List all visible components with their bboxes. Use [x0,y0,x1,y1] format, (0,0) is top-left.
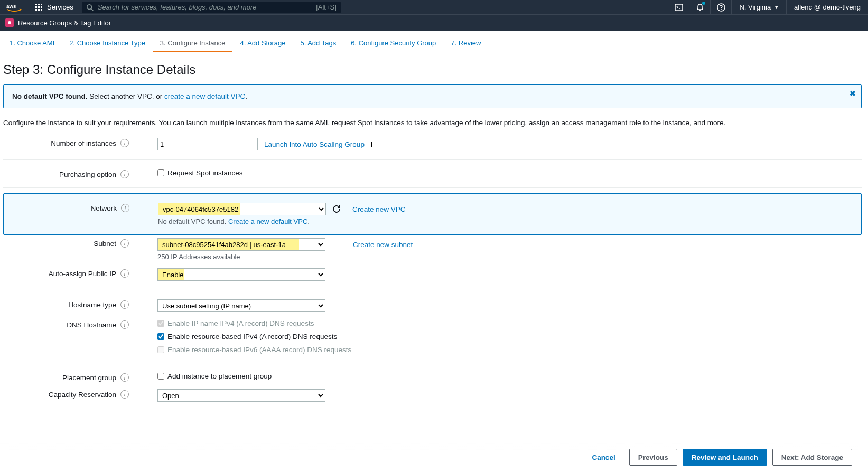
info-icon[interactable]: i [120,170,129,178]
cloudshell-icon [675,3,683,12]
global-search[interactable]: Search for services, features, blogs, do… [82,2,341,13]
svg-line-11 [91,8,93,11]
wizard-tabs: 1. Choose AMI 2. Choose Instance Type 3.… [0,31,868,53]
info-icon[interactable]: i [371,140,372,148]
divider [3,187,862,188]
create-subnet-link[interactable]: Create new subnet [353,241,413,249]
row-network: Networki vpc-0474064fc537e5182 Create ne… [4,199,861,229]
grid-icon [35,4,43,11]
dns-ipv4-ipname-checkbox [157,320,164,327]
placement-cb-label: Add instance to placement group [167,372,272,380]
row-domain-join: Domain join directoryi No directory Crea… [3,417,862,417]
svg-rect-1 [35,4,37,5]
notifications-button[interactable] [689,0,710,14]
search-hotkey: [Alt+S] [316,3,337,11]
wizard-tab[interactable]: 6. Configure Security Group [343,37,443,52]
divider [3,411,862,411]
info-icon[interactable]: i [120,373,129,382]
info-icon[interactable]: i [120,390,129,399]
auto-ip-select[interactable]: Enable [157,268,325,281]
account-menu[interactable]: allenc @ demo-tlveng [786,0,868,14]
region-label: N. Virginia [739,3,771,11]
help-icon [717,3,725,12]
global-nav: aws Services Search for services, featur… [0,0,868,14]
row-num-instances: Number of instancesi Launch into Auto Sc… [3,134,862,154]
wizard-tab[interactable]: 3. Configure Instance [153,37,233,52]
row-hostname-type: Hostname typei Use subnet setting (IP na… [3,296,862,316]
alert-text: Select another VPC, or [88,92,165,100]
page-title: Step 3: Configure Instance Details [3,62,864,77]
review-and-launch-button[interactable]: Review and Launch [683,449,767,466]
row-auto-ip: Auto-assign Public IPi Enable [3,264,862,285]
svg-rect-9 [41,9,42,11]
row-placement: Placement groupi Add instance to placeme… [3,368,862,385]
resource-groups-label: Resource Groups & Tag Editor [18,19,111,27]
svg-text:aws: aws [6,3,16,8]
refresh-icon[interactable] [332,205,341,213]
dns-resource-ipv4-checkbox[interactable] [157,333,164,340]
spot-label: Request Spot instances [167,169,243,177]
svg-rect-3 [41,4,42,5]
caret-down-icon: ▼ [774,5,779,10]
services-label: Services [47,3,73,11]
label-dns-hostname: DNS Hostname [67,321,116,329]
label-capacity: Capacity Reservation [49,391,116,399]
svg-rect-12 [675,4,683,11]
num-instances-input[interactable] [157,138,258,150]
next-button[interactable]: Next: Add Storage [772,449,852,466]
help-button[interactable] [710,0,731,14]
wizard-tab[interactable]: 1. Choose AMI [2,37,62,52]
create-vpc-link[interactable]: Create new VPC [352,205,406,213]
info-icon[interactable]: i [120,320,129,329]
svg-rect-8 [38,9,40,11]
info-icon[interactable]: i [120,239,129,248]
row-purchasing: Purchasing optioni Request Spot instance… [3,165,862,182]
svg-rect-7 [35,9,37,11]
subnet-select[interactable]: subnet-08c952541f4ab282d | us-east-1a [157,238,325,251]
row-subnet: Subneti subnet-08c952541f4ab282d | us-ea… [3,237,862,264]
cancel-button[interactable]: Cancel [583,449,623,466]
info-icon[interactable]: i [120,300,129,309]
wizard-tab[interactable]: 4. Add Storage [232,37,293,52]
spot-checkbox[interactable] [157,169,164,176]
wizard-footer: Cancel Previous Review and Launch Next: … [0,441,858,473]
divider [3,159,862,160]
form-scroll-area[interactable]: ✖ No default VPC found. Select another V… [1,84,864,417]
hostname-type-select[interactable]: Use subnet setting (IP name) [157,299,325,312]
aws-logo[interactable]: aws [0,0,29,14]
network-select[interactable]: vpc-0474064fc537e5182 [158,203,326,215]
svg-rect-6 [41,6,42,8]
network-highlighted-group: Networki vpc-0474064fc537e5182 Create ne… [3,193,862,235]
divider [3,363,862,363]
resource-groups-icon [5,18,14,27]
label-hostname-type: Hostname type [68,301,116,309]
wizard-tab[interactable]: 7. Review [443,37,488,52]
capacity-select[interactable]: Open [157,389,325,402]
row-capacity: Capacity Reservationi Open [3,385,862,405]
services-menu[interactable]: Services [29,0,80,14]
asg-link[interactable]: Launch into Auto Scaling Group [264,140,365,148]
placement-checkbox[interactable] [157,373,164,380]
dns-resource-ipv6-checkbox [157,346,164,353]
previous-button[interactable]: Previous [629,449,677,466]
svg-point-14 [8,21,11,24]
divider [3,290,862,290]
alert-link[interactable]: create a new default VPC [164,92,245,100]
svg-rect-4 [35,6,37,8]
wizard-tab[interactable]: 5. Add Tags [293,37,343,52]
info-icon[interactable]: i [120,139,129,147]
close-alert-button[interactable]: ✖ [850,89,856,98]
label-purchasing: Purchasing option [59,171,116,178]
region-selector[interactable]: N. Virginia ▼ [731,0,786,14]
svg-point-10 [87,4,92,9]
label-subnet: Subnet [94,240,116,248]
wizard-tab[interactable]: 2. Choose Instance Type [62,37,153,52]
resource-groups-link[interactable]: Resource Groups & Tag Editor [5,18,111,27]
alert-bold: No default VPC found. [12,92,88,100]
cloudshell-button[interactable] [668,0,689,14]
info-icon[interactable]: i [120,269,129,278]
notification-dot-icon [702,2,705,5]
create-default-vpc-link[interactable]: Create a new default VPC [228,217,307,225]
info-icon[interactable]: i [121,204,129,212]
label-num-instances: Number of instances [51,139,116,147]
